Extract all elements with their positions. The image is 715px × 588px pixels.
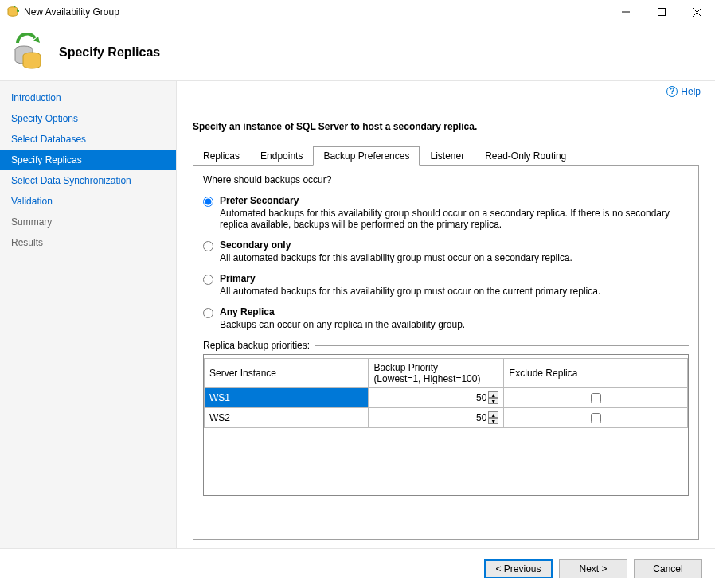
spinner-up-icon[interactable]: ▲ (488, 411, 498, 418)
help-icon: ? (666, 86, 678, 97)
divider (315, 345, 689, 346)
tab-read-only-routing[interactable]: Read-Only Routing (475, 146, 576, 166)
step-specify-options[interactable]: Specify Options (0, 108, 176, 129)
window-controls (608, 0, 715, 24)
cell-exclude[interactable] (504, 388, 688, 408)
svg-rect-2 (658, 9, 665, 16)
option-any-replica[interactable]: Any Replica Backups can occur on any rep… (203, 306, 689, 330)
main-panel: ? Help Specify an instance of SQL Server… (177, 81, 715, 548)
window-title: New Availability Group (24, 6, 608, 18)
priorities-table: Server Instance Backup Priority (Lowest=… (204, 358, 688, 428)
priority-spinner[interactable]: ▲ ▼ (488, 391, 498, 404)
tab-backup-preferences[interactable]: Backup Preferences (313, 146, 420, 166)
help-label: Help (681, 86, 701, 97)
step-validation[interactable]: Validation (0, 191, 176, 212)
tab-replicas[interactable]: Replicas (193, 146, 250, 166)
option-prefer-secondary[interactable]: Prefer Secondary Automated backups for t… (203, 195, 689, 230)
cancel-button[interactable]: Cancel (634, 559, 702, 578)
cell-exclude[interactable] (504, 408, 688, 428)
col-exclude: Exclude Replica (504, 359, 688, 388)
app-icon (6, 6, 19, 18)
option-title: Prefer Secondary (220, 195, 689, 206)
titlebar: New Availability Group (0, 0, 715, 24)
table-row[interactable]: WS1 50 ▲ ▼ (205, 388, 688, 408)
spinner-down-icon[interactable]: ▼ (488, 418, 498, 424)
step-specify-replicas[interactable]: Specify Replicas (0, 150, 176, 170)
cell-priority[interactable]: 50 ▲ ▼ (369, 408, 504, 428)
close-button[interactable] (679, 0, 715, 24)
next-button[interactable]: Next > (559, 559, 627, 578)
cell-server: WS2 (205, 408, 369, 428)
page-title: Specify Replicas (59, 45, 160, 60)
option-desc: All automated backups for this availabil… (220, 286, 600, 297)
exclude-checkbox[interactable] (591, 393, 601, 403)
tabstrip: Replicas Endpoints Backup Preferences Li… (193, 146, 699, 166)
help-link[interactable]: ? Help (666, 86, 701, 97)
spinner-up-icon[interactable]: ▲ (488, 391, 498, 398)
priorities-label: Replica backup priorities: (203, 340, 310, 351)
step-select-databases[interactable]: Select Databases (0, 129, 176, 150)
backup-question: Where should backups occur? (203, 174, 689, 185)
priority-value: 50 (476, 392, 486, 403)
option-title: Primary (220, 273, 600, 284)
minimize-button[interactable] (608, 0, 643, 24)
previous-button[interactable]: < Previous (484, 559, 553, 578)
spinner-down-icon[interactable]: ▼ (488, 398, 498, 404)
col-server: Server Instance (205, 359, 369, 388)
wizard-footer: < Previous Next > Cancel (0, 548, 715, 588)
tab-listener[interactable]: Listener (420, 146, 475, 166)
priorities-label-row: Replica backup priorities: (203, 340, 689, 351)
col-priority: Backup Priority (Lowest=1, Highest=100) (369, 359, 504, 388)
priorities-table-wrap: Server Instance Backup Priority (Lowest=… (203, 354, 689, 496)
step-select-data-sync[interactable]: Select Data Synchronization (0, 170, 176, 191)
option-secondary-only[interactable]: Secondary only All automated backups for… (203, 239, 689, 263)
instruction-text: Specify an instance of SQL Server to hos… (193, 121, 699, 132)
step-summary[interactable]: Summary (0, 212, 176, 232)
wizard-header: Specify Replicas (0, 24, 715, 81)
radio-prefer-secondary[interactable] (203, 197, 213, 207)
cell-priority[interactable]: 50 ▲ ▼ (369, 388, 504, 408)
table-row[interactable]: WS2 50 ▲ ▼ (205, 408, 688, 428)
step-introduction[interactable]: Introduction (0, 88, 176, 108)
priority-spinner[interactable]: ▲ ▼ (488, 411, 498, 424)
option-desc: All automated backups for this availabil… (220, 252, 572, 263)
exclude-checkbox[interactable] (591, 413, 601, 423)
option-primary[interactable]: Primary All automated backups for this a… (203, 273, 689, 297)
cell-server: WS1 (205, 388, 369, 408)
option-desc: Backups can occur on any replica in the … (220, 319, 465, 330)
radio-secondary-only[interactable] (203, 241, 213, 251)
radio-primary[interactable] (203, 275, 213, 285)
wizard-icon (10, 33, 48, 72)
wizard-steps-sidebar: Introduction Specify Options Select Data… (0, 81, 177, 548)
maximize-button[interactable] (643, 0, 679, 24)
tab-panel-backup-preferences: Where should backups occur? Prefer Secon… (193, 166, 699, 540)
option-title: Any Replica (220, 306, 465, 317)
option-desc: Automated backups for this availability … (220, 208, 689, 230)
tab-endpoints[interactable]: Endpoints (250, 146, 313, 166)
option-title: Secondary only (220, 239, 572, 251)
priority-value: 50 (476, 412, 486, 423)
radio-any-replica[interactable] (203, 308, 213, 318)
step-results[interactable]: Results (0, 232, 176, 253)
